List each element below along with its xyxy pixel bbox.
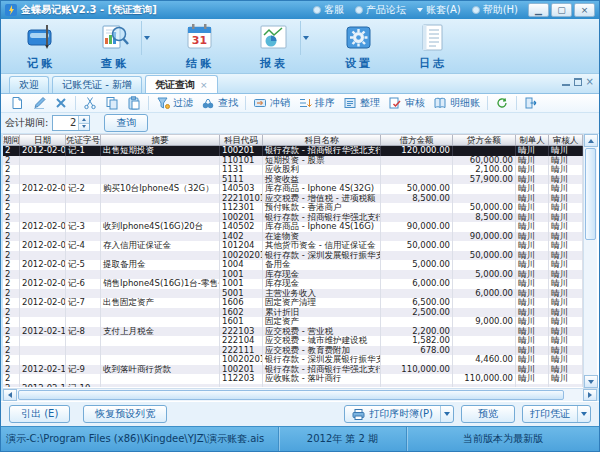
table-row[interactable]: 222210101应交税费 - 增值税 - 进项税额8,500.00晴川晴川 <box>3 194 583 204</box>
table-row[interactable]: 2222111应交税费 - 教育费附加678.00晴川晴川 <box>3 346 583 356</box>
exit-button[interactable] <box>520 95 542 111</box>
bookkeeping-button[interactable]: 记账 <box>15 21 67 71</box>
table-cell: 22210101 <box>220 194 263 204</box>
tab-voucher-query[interactable]: 凭证查询 × <box>145 75 218 93</box>
scroll-up-icon[interactable] <box>584 134 598 147</box>
table-row[interactable]: 21602累计折旧2,500.00晴川晴川 <box>3 308 583 318</box>
help-menu[interactable]: 帮助(H) <box>472 3 518 17</box>
table-row[interactable]: 2100201银行存款 - 招商银行华强北支行8,500.00晴川晴川 <box>3 213 583 223</box>
cut-button[interactable] <box>79 95 101 111</box>
filter-button[interactable]: 过滤 <box>152 95 197 111</box>
customer-service-link[interactable]: 客服 <box>313 3 344 17</box>
table-row[interactable]: 21402在途物资90,000.00晴川晴川 <box>3 232 583 242</box>
scroll-right-icon[interactable] <box>583 389 597 401</box>
table-row[interactable]: 22012-02-16记-10 <box>3 384 583 388</box>
sort-button[interactable]: 排序 <box>294 95 339 111</box>
tidy-button[interactable]: 整理 <box>339 95 384 111</box>
account-set-menu[interactable]: 账套(A) <box>417 3 461 17</box>
mdi-close-icon[interactable]: × <box>586 78 594 86</box>
column-header[interactable]: 摘要 <box>101 135 220 145</box>
table-row[interactable]: 22012-02-01记-1出售短期投资100201银行存款 - 招商银行华强北… <box>3 146 583 156</box>
close-button[interactable]: × <box>574 3 595 17</box>
horizontal-scroll-thumb[interactable] <box>18 390 564 400</box>
column-header[interactable]: 科目代码 <box>220 135 263 145</box>
print-voucher-button[interactable]: 打印凭证 <box>522 405 591 423</box>
table-row[interactable]: 22012-02-02记-2购买10台Iphone4S（32G）140503库存… <box>3 184 583 194</box>
reports-button[interactable]: 报表 <box>248 21 300 71</box>
table-row[interactable]: 25001主营业务收入6,000.00晴川晴川 <box>3 289 583 299</box>
table-row[interactable]: 2110101短期投资 - 股票60,000.00晴川晴川 <box>3 156 583 166</box>
vertical-scrollbar[interactable] <box>583 134 597 388</box>
find-button[interactable]: 查找 <box>197 95 242 111</box>
tab-welcome[interactable]: 欢迎 <box>9 76 49 93</box>
new-button[interactable] <box>6 95 28 111</box>
table-cell <box>101 251 220 261</box>
preview-button[interactable]: 预览 <box>461 405 515 423</box>
product-forum-link[interactable]: 产品论坛 <box>355 3 406 17</box>
period-spinner[interactable]: 2 <box>52 115 90 131</box>
table-cell <box>66 336 101 346</box>
table-row[interactable]: 22012-02-03记-3收到Iphone4S(16G)20台140502库存… <box>3 222 583 232</box>
settings-button[interactable]: 设置 <box>333 21 385 71</box>
column-header[interactable]: 借方金额 <box>381 135 453 145</box>
table-row[interactable]: 22012-02-13记-9收到落叶商行货款100201银行存款 - 招商银行华… <box>3 365 583 375</box>
check-accounts-button[interactable]: 查账 <box>89 21 141 71</box>
paste-button[interactable] <box>123 95 145 111</box>
table-cell: 2 <box>3 289 20 299</box>
mdi-restore-icon[interactable] <box>574 78 582 86</box>
column-header[interactable]: 期间 <box>3 135 20 145</box>
table-row[interactable]: 22012-02-09记-7出售固定资产1606固定资产清理6,500.00晴川… <box>3 298 583 308</box>
copy-button[interactable] <box>101 95 123 111</box>
column-header[interactable]: 凭证字号 <box>66 135 101 145</box>
minimize-button[interactable]: ▁ <box>528 3 549 17</box>
reports-dropdown[interactable] <box>300 21 311 55</box>
print-journal-dropdown[interactable] <box>440 406 453 422</box>
detail-ledger-button[interactable]: 明细账 <box>429 95 484 111</box>
reset-column-width-button[interactable]: 恢复预设列宽 <box>83 405 167 423</box>
column-header[interactable]: 制单人 <box>516 135 549 145</box>
spinner-down-icon[interactable] <box>79 123 89 131</box>
mdi-minimize-icon[interactable] <box>562 79 570 86</box>
table-cell: 晴川 <box>516 279 549 289</box>
column-header[interactable]: 日期 <box>20 135 66 145</box>
table-row[interactable]: 210020201银行存款 - 深圳发展银行振华支行50,000.00晴川晴川 <box>3 251 583 261</box>
table-row[interactable]: 22012-02-10记-8支付上月税金222103应交税费 - 营业税2,20… <box>3 327 583 337</box>
vertical-scroll-thumb[interactable] <box>585 148 596 240</box>
table-cell: 晴川 <box>516 203 549 213</box>
writeoff-button[interactable]: 冲销 <box>249 95 294 111</box>
print-voucher-dropdown[interactable] <box>577 406 590 422</box>
table-row[interactable]: 2222104应交税费 - 城市维护建设税1,582.00晴川晴川 <box>3 336 583 346</box>
closing-button[interactable]: 31 结账 <box>174 21 226 71</box>
table-row[interactable]: 22012-02-07记-5提取备用金1004备用金5,000.00晴川晴川 <box>3 260 583 270</box>
column-header[interactable]: 贷方金额 <box>453 135 516 145</box>
horizontal-scrollbar[interactable] <box>3 388 597 401</box>
table-row[interactable]: 25111投资收益57,900.00晴川晴川 <box>3 175 583 185</box>
column-header[interactable]: 审核人 <box>549 135 583 145</box>
table-row[interactable]: 21001库存现金5,000.00晴川晴川 <box>3 270 583 280</box>
audit-button[interactable]: 审核 <box>384 95 429 111</box>
check-accounts-dropdown[interactable] <box>141 21 152 55</box>
table-row[interactable]: 2112301预付账款 - 香港商户50,000.00晴川晴川 <box>3 203 583 213</box>
scroll-left-icon[interactable] <box>3 389 17 401</box>
refresh-button[interactable] <box>491 95 513 111</box>
maximize-button[interactable]: ▢ <box>551 3 572 17</box>
tab-voucher-new[interactable]: 记账凭证 - 新增 <box>52 76 142 93</box>
query-button[interactable]: 查询 <box>104 114 148 132</box>
delete-button[interactable] <box>50 95 72 111</box>
table-cell: 累计折旧 <box>263 308 381 318</box>
scroll-down-icon[interactable] <box>584 375 598 388</box>
table-row[interactable]: 22012-02-07记-6销售Iphone4S(16G)1台-零售个人1001… <box>3 279 583 289</box>
modify-button[interactable] <box>28 95 50 111</box>
table-row[interactable]: 2112203应收账款 - 落叶商行110,000.00晴川晴川 <box>3 374 583 384</box>
tab-close-icon[interactable]: × <box>200 80 208 90</box>
table-row[interactable]: 21601固定资产9,000.00晴川晴川 <box>3 317 583 327</box>
table-row[interactable]: 22012-02-07记-4存入信用证保证金101204其他货币资金 - 信用证… <box>3 241 583 251</box>
logs-button[interactable]: 日志 <box>407 21 459 71</box>
table-cell: 固定资产清理 <box>263 298 381 308</box>
export-button[interactable]: 引出 (E) <box>9 405 70 423</box>
column-header[interactable]: 科目名称 <box>263 135 381 145</box>
table-row[interactable]: 210020201银行存款 - 深圳发展银行振华支行4,460.00晴川晴川 <box>3 355 583 365</box>
table-cell <box>453 308 516 318</box>
print-journal-button[interactable]: 打印序时簿(P) <box>344 405 454 423</box>
table-row[interactable]: 21131应收股利2,100.00晴川晴川 <box>3 165 583 175</box>
